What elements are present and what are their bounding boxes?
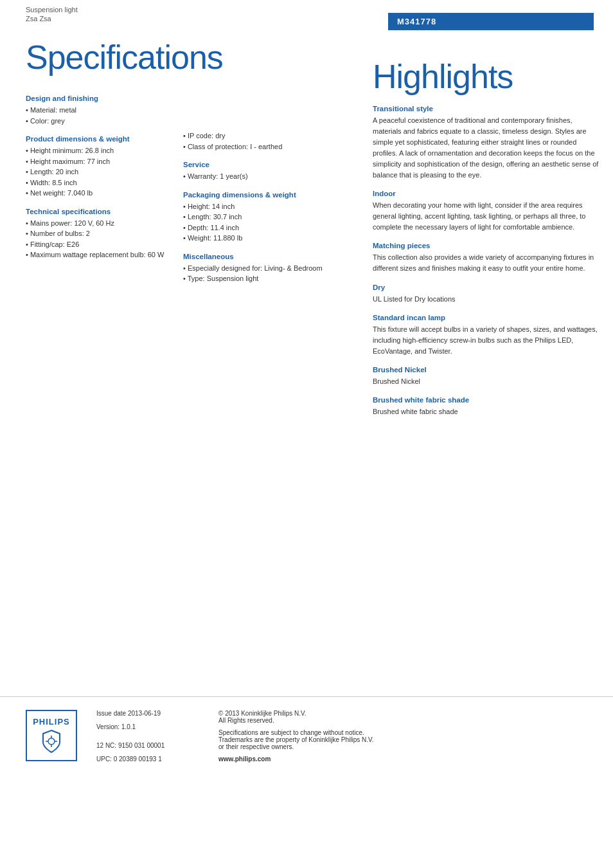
- spec-item: Width: 8.5 inch: [26, 177, 183, 188]
- highlight-body-brushed-nickel: Brushed Nickel: [373, 376, 600, 387]
- spec-item: Material: metal: [26, 105, 183, 116]
- spec-item: Height minimum: 26.8 inch: [26, 145, 183, 156]
- spec-item: Warranty: 1 year(s): [183, 171, 341, 182]
- footer-upc: UPC: 0 20389 00193 1: [96, 755, 199, 763]
- section-heading-indoor: Indoor: [373, 190, 600, 197]
- spec-item: Depth: 11.4 inch: [183, 222, 341, 233]
- left-main-sections: Design and finishing Material: metal Col…: [26, 86, 341, 284]
- spec-item: Net weight: 7.040 lb: [26, 188, 183, 199]
- section-packaging-dimensions: Packaging dimensions & weight Height: 14…: [183, 191, 341, 244]
- section-heading-product-dims: Product dimensions & weight: [26, 135, 183, 143]
- section-heading-transitional: Transitional style: [373, 105, 600, 113]
- footer-issue-date: Issue date 2013-06-19: [96, 710, 199, 717]
- section-matching-pieces: Matching pieces This collection also pro…: [373, 242, 600, 274]
- left-column: Specifications Design and finishing Mate…: [0, 34, 360, 426]
- spec-item: Fitting/cap: E26: [26, 239, 183, 250]
- philips-logo-text: PHILIPS: [33, 717, 70, 727]
- section-dry: Dry UL Listed for Dry locations: [373, 284, 600, 305]
- spec-item: Especially designed for: Living- & Bedro…: [183, 263, 341, 274]
- section-heading-service: Service: [183, 161, 341, 168]
- spec-list-design: Material: metal Color: grey: [26, 105, 183, 126]
- footer-legal: Specifications are subject to change wit…: [218, 729, 374, 750]
- page-title: Specifications: [26, 41, 341, 74]
- spec-item: Height: 14 inch: [183, 201, 341, 212]
- left-main-col2: IP code: dry Class of protection: I - ea…: [183, 86, 341, 284]
- spec-list-technical: Mains power: 120 V, 60 Hz Number of bulb…: [26, 218, 183, 260]
- footer: PHILIPS Issue date 2013-06-19 Version: 1…: [0, 696, 613, 775]
- section-design-finishing: Design and finishing Material: metal Col…: [26, 95, 183, 126]
- highlight-body-brushed-white: Brushed white fabric shade: [373, 406, 600, 417]
- spec-item: Class of protection: I - earthed: [183, 141, 341, 152]
- model-number: M341778: [397, 17, 436, 26]
- left-main-col1: Design and finishing Material: metal Col…: [26, 86, 183, 284]
- section-indoor: Indoor When decorating your home with li…: [373, 190, 600, 233]
- section-transitional-style: Transitional style A peaceful coexistenc…: [373, 105, 600, 181]
- philips-shield-icon: [42, 729, 61, 754]
- page: M341778 Suspension light Zsa Zsa Specifi…: [0, 0, 613, 868]
- section-brushed-nickel: Brushed Nickel Brushed Nickel: [373, 366, 600, 387]
- main-content: Specifications Design and finishing Mate…: [0, 28, 613, 426]
- footer-nc: 12 NC: 9150 031 00001: [96, 742, 199, 749]
- section-product-dimensions: Product dimensions & weight Height minim…: [26, 135, 183, 199]
- spec-item: Color: grey: [26, 116, 183, 127]
- section-standard-incan-lamp: Standard incan lamp This fixture will ac…: [373, 314, 600, 357]
- spec-item: Type: Suspension light: [183, 273, 341, 284]
- highlight-body-incan-lamp: This fixture will accept bulbs in a vari…: [373, 324, 600, 357]
- spec-item: IP code: dry: [183, 131, 341, 141]
- footer-meta-container: Issue date 2013-06-19 Version: 1.0.1 12 …: [96, 710, 587, 763]
- spec-list-service: Warranty: 1 year(s): [183, 171, 341, 182]
- section-brushed-white-fabric: Brushed white fabric shade Brushed white…: [373, 396, 600, 417]
- section-technical-specs: Technical specifications Mains power: 12…: [26, 208, 183, 260]
- section-heading-technical: Technical specifications: [26, 208, 183, 215]
- section-heading-matching: Matching pieces: [373, 242, 600, 249]
- section-service: Service Warranty: 1 year(s): [183, 161, 341, 182]
- section-heading-misc: Miscellaneous: [183, 253, 341, 260]
- highlight-body-indoor: When decorating your home with light, co…: [373, 200, 600, 233]
- highlights-title: Highlights: [373, 60, 600, 93]
- svg-point-0: [48, 738, 55, 745]
- footer-url: www.philips.com: [218, 755, 374, 763]
- highlight-body-dry: UL Listed for Dry locations: [373, 294, 600, 305]
- spec-list-misc: Especially designed for: Living- & Bedro…: [183, 263, 341, 284]
- spec-item: Number of bulbs: 2: [26, 228, 183, 239]
- highlight-body-matching: This collection also provides a wide var…: [373, 252, 600, 274]
- footer-meta-left: Issue date 2013-06-19 Version: 1.0.1 12 …: [96, 710, 199, 763]
- section-heading-incan-lamp: Standard incan lamp: [373, 314, 600, 321]
- section-heading-dry: Dry: [373, 284, 600, 291]
- footer-version: Version: 1.0.1: [96, 723, 199, 730]
- footer-meta-right: © 2013 Koninklijke Philips N.V. All Righ…: [218, 710, 374, 763]
- spec-item: Weight: 11.880 lb: [183, 233, 341, 244]
- spec-item: Length: 20 inch: [26, 167, 183, 177]
- section-heading-brushed-white: Brushed white fabric shade: [373, 396, 600, 404]
- model-number-bar: M341778: [388, 13, 594, 30]
- footer-copyright: © 2013 Koninklijke Philips N.V. All Righ…: [218, 710, 374, 724]
- spec-list-packaging: Height: 14 inch Length: 30.7 inch Depth:…: [183, 201, 341, 244]
- spec-item: Mains power: 120 V, 60 Hz: [26, 218, 183, 229]
- spec-item: Height maximum: 77 inch: [26, 156, 183, 167]
- section-heading-brushed-nickel: Brushed Nickel: [373, 366, 600, 374]
- spec-item: Length: 30.7 inch: [183, 212, 341, 222]
- section-protection: IP code: dry Class of protection: I - ea…: [183, 131, 341, 152]
- philips-logo: PHILIPS: [26, 710, 77, 761]
- spec-list-product-dims: Height minimum: 26.8 inch Height maximum…: [26, 145, 183, 199]
- section-heading-packaging: Packaging dimensions & weight: [183, 191, 341, 199]
- spec-item: Maximum wattage replacement bulb: 60 W: [26, 249, 183, 260]
- spec-list-protection: IP code: dry Class of protection: I - ea…: [183, 131, 341, 152]
- section-heading-design: Design and finishing: [26, 95, 183, 102]
- right-column: Highlights Transitional style A peaceful…: [360, 34, 613, 426]
- section-miscellaneous: Miscellaneous Especially designed for: L…: [183, 253, 341, 284]
- highlight-body-transitional: A peaceful coexistence of traditional an…: [373, 115, 600, 181]
